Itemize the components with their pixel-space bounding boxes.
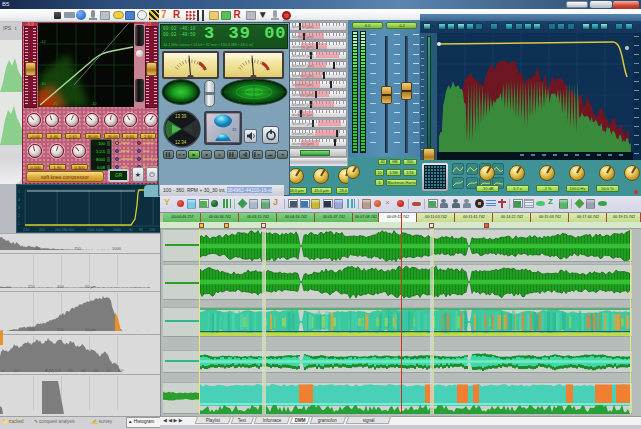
svg-text:1: 1 bbox=[18, 222, 20, 226]
svg-text:240: 240 bbox=[39, 228, 45, 232]
svg-text:100: 100 bbox=[149, 228, 155, 232]
svg-text:90: 90 bbox=[139, 228, 143, 232]
svg-text:2: 2 bbox=[18, 214, 20, 218]
svg-text:13 39: 13 39 bbox=[175, 114, 187, 119]
svg-text:5: 5 bbox=[18, 190, 20, 194]
svg-text:4: 4 bbox=[18, 198, 20, 202]
svg-text:33: 33 bbox=[232, 127, 237, 132]
svg-text:-30: -30 bbox=[40, 81, 47, 86]
svg-text:220: 220 bbox=[23, 228, 29, 232]
svg-text:80: 80 bbox=[129, 228, 133, 232]
svg-text:3: 3 bbox=[18, 206, 20, 210]
svg-text:-10: -10 bbox=[40, 39, 47, 44]
svg-text:-10: -10 bbox=[91, 101, 98, 106]
svg-text:12 34: 12 34 bbox=[175, 140, 187, 145]
svg-text:260 280 300: 260 280 300 bbox=[55, 228, 75, 232]
svg-text:1600: 1600 bbox=[113, 228, 121, 232]
svg-text:1200 1400: 1200 1400 bbox=[87, 228, 104, 232]
svg-text:-30: -30 bbox=[52, 101, 59, 106]
